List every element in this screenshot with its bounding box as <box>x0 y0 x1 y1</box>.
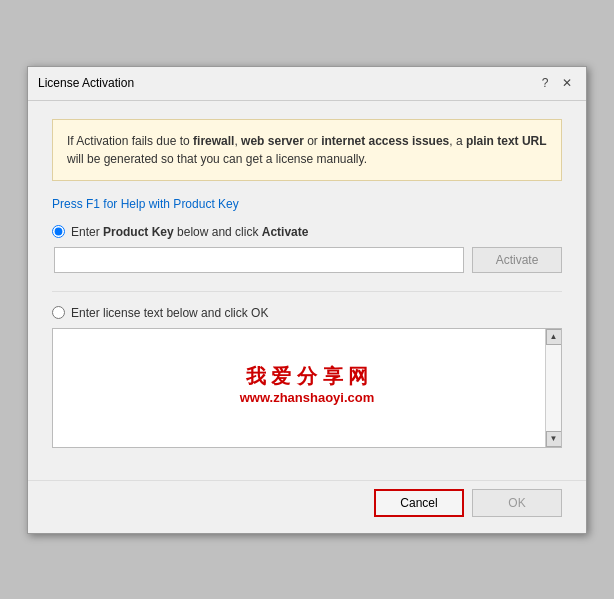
radio-license-text-label: Enter license text below and click OK <box>71 306 268 320</box>
license-textarea[interactable] <box>53 329 545 447</box>
product-key-section: Enter Product Key below and click Activa… <box>52 225 562 273</box>
vertical-scrollbar[interactable]: ▲ ▼ <box>545 329 561 447</box>
product-key-input-row: Activate <box>52 247 562 273</box>
license-textarea-wrapper: ▲ ▼ 我 爱 分 享 网 www.zhanshaoyi.com <box>52 328 562 448</box>
dialog-content: If Activation fails due to firewall, web… <box>28 101 586 480</box>
info-box: If Activation fails due to firewall, web… <box>52 119 562 181</box>
divider <box>52 291 562 292</box>
title-bar: License Activation ? ✕ <box>28 67 586 101</box>
info-text: If Activation fails due to firewall, web… <box>67 134 547 166</box>
title-bar-left: License Activation <box>38 76 134 90</box>
title-bar-controls: ? ✕ <box>536 74 576 92</box>
product-key-input[interactable] <box>54 247 464 273</box>
radio-license-text-row: Enter license text below and click OK <box>52 306 562 320</box>
help-link[interactable]: Press F1 for Help with Product Key <box>52 197 562 211</box>
license-activation-window: License Activation ? ✕ If Activation fai… <box>27 66 587 534</box>
close-button[interactable]: ✕ <box>558 74 576 92</box>
dialog-footer: Cancel OK <box>28 480 586 533</box>
window-title: License Activation <box>38 76 134 90</box>
radio-license-text[interactable] <box>52 306 65 319</box>
scroll-track <box>546 345 561 431</box>
cancel-button[interactable]: Cancel <box>374 489 464 517</box>
help-button[interactable]: ? <box>536 74 554 92</box>
scroll-down-arrow[interactable]: ▼ <box>546 431 562 447</box>
radio-product-key-label: Enter Product Key below and click Activa… <box>71 225 308 239</box>
radio-product-key-row: Enter Product Key below and click Activa… <box>52 225 562 239</box>
scroll-up-arrow[interactable]: ▲ <box>546 329 562 345</box>
radio-product-key[interactable] <box>52 225 65 238</box>
activate-button: Activate <box>472 247 562 273</box>
ok-button: OK <box>472 489 562 517</box>
